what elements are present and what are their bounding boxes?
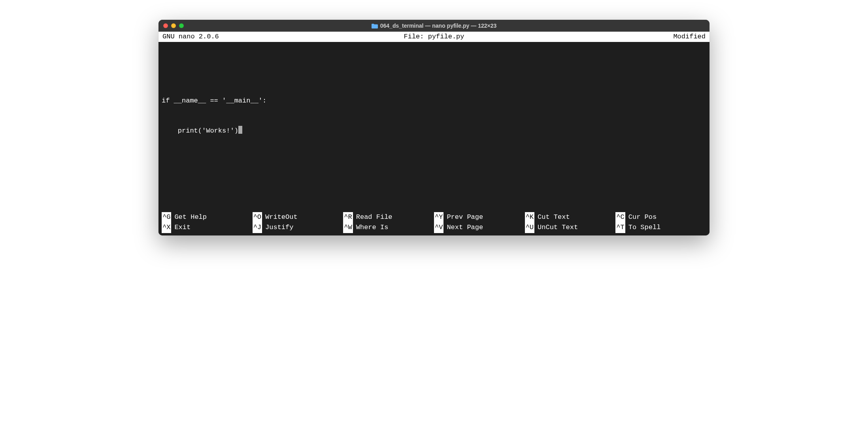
nano-version: GNU nano 2.0.6 — [162, 32, 219, 42]
terminal-window: 064_ds_terminal — nano pyfile.py — 122×2… — [159, 20, 709, 235]
shortcut-justify[interactable]: ^JJustify — [253, 222, 343, 233]
nano-header: GNU nano 2.0.6 File: pyfile.py Modified — [159, 32, 709, 42]
editor-line-1: if __name__ == '__main__': — [162, 96, 706, 106]
folder-icon — [372, 23, 378, 28]
shortcut-to-spell[interactable]: ^TTo Spell — [615, 222, 706, 233]
shortcut-prev-page[interactable]: ^YPrev Page — [434, 212, 525, 222]
shortcut-exit[interactable]: ^XExit — [162, 222, 253, 233]
editor-content[interactable]: if __name__ == '__main__': print('Works!… — [159, 42, 709, 212]
shortcut-read-file[interactable]: ^RRead File — [343, 212, 434, 222]
shortcut-row-2: ^XExit ^JJustify ^WWhere Is ^VNext Page … — [162, 222, 706, 233]
nano-status: Modified — [673, 32, 706, 42]
shortcut-get-help[interactable]: ^GGet Help — [162, 212, 253, 222]
window-title-wrap: 064_ds_terminal — nano pyfile.py — 122×2… — [163, 23, 705, 29]
shortcut-bar: ^GGet Help ^OWriteOut ^RRead File ^YPrev… — [159, 212, 709, 235]
shortcut-uncut-text[interactable]: ^UUnCut Text — [525, 222, 616, 233]
traffic-lights — [163, 23, 184, 28]
titlebar: 064_ds_terminal — nano pyfile.py — 122×2… — [159, 20, 709, 32]
shortcut-where-is[interactable]: ^WWhere Is — [343, 222, 434, 233]
window-title: 064_ds_terminal — nano pyfile.py — 122×2… — [380, 23, 497, 29]
shortcut-row-1: ^GGet Help ^OWriteOut ^RRead File ^YPrev… — [162, 212, 706, 222]
shortcut-cut-text[interactable]: ^KCut Text — [525, 212, 616, 222]
shortcut-next-page[interactable]: ^VNext Page — [434, 222, 525, 233]
cursor-icon — [238, 126, 242, 134]
close-button[interactable] — [163, 23, 168, 28]
terminal-body: GNU nano 2.0.6 File: pyfile.py Modified … — [159, 32, 709, 235]
shortcut-cur-pos[interactable]: ^CCur Pos — [615, 212, 706, 222]
editor-line-2: print('Works!') — [162, 126, 706, 136]
shortcut-writeout[interactable]: ^OWriteOut — [253, 212, 343, 222]
minimize-button[interactable] — [171, 23, 176, 28]
nano-file-label: File: pyfile.py — [404, 32, 464, 42]
editor-empty-line — [162, 65, 706, 76]
maximize-button[interactable] — [179, 23, 184, 28]
